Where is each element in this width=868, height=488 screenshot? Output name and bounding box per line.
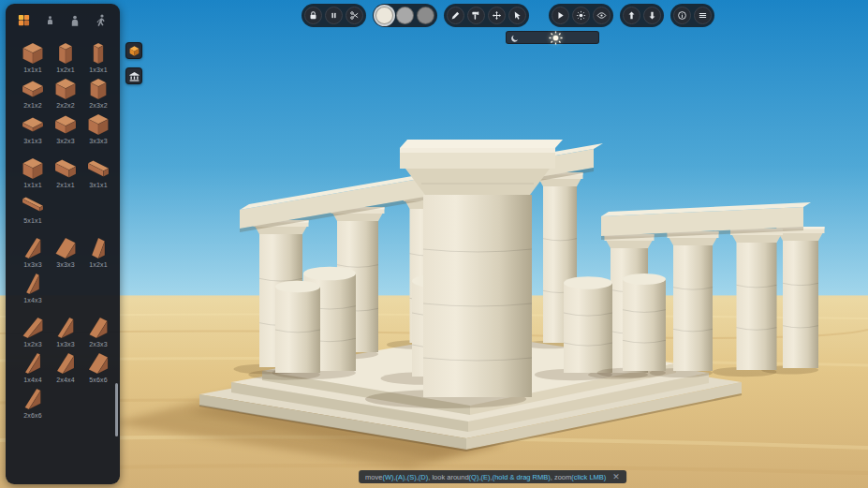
block-item-label: 1x1x1 [23,182,42,188]
move-tool-button[interactable] [488,7,506,24]
block-item-1x4x4[interactable]: 1x4x4 [17,351,49,383]
block-item-1x2x1[interactable]: 1x2x1 [82,236,114,268]
material-dark-gray[interactable] [417,7,434,24]
sidebar-scrollbar[interactable] [115,383,118,436]
material-gray[interactable] [396,7,414,24]
block-item-2x6x6[interactable]: 2x6x6 [17,387,49,419]
tab-figure-large[interactable] [68,12,81,28]
daylight-button[interactable] [572,7,590,24]
hint-key: (click LMB) [571,473,606,481]
eye-icon [596,10,607,21]
block-item-2x3x3[interactable]: 2x3x3 [82,316,114,348]
play-button[interactable] [552,7,569,24]
block-item-label: 2x1x2 [23,102,42,109]
block-item-label: 1x3x1 [89,67,108,73]
info-button[interactable] [673,7,691,24]
block-thumbnail [21,77,45,101]
block-item-label: 1x4x3 [23,297,42,303]
block-thumbnail [21,316,45,340]
block-item-3x3x3[interactable]: 3x3x3 [82,112,114,144]
time-of-day-slider[interactable] [506,31,599,44]
person-icon [45,15,55,25]
block-item-1x1x1[interactable]: 1x1x1 [17,41,49,73]
tab-figure-walking[interactable] [94,12,109,28]
pause-button[interactable] [325,7,343,24]
block-thumbnail [21,156,45,181]
block-thumbnail [86,112,110,137]
block-thumbnail [53,351,78,376]
block-item-2x3x2[interactable]: 2x3x2 [82,77,114,109]
material-white[interactable] [375,7,393,24]
block-item-label: 2x2x2 [56,102,75,109]
block-item-label: 1x4x4 [23,377,42,383]
block-item-1x2x1[interactable]: 1x2x1 [50,41,81,73]
block-item-2x2x2[interactable]: 2x2x2 [50,77,81,109]
block-thumbnail [53,41,78,66]
block-thumbnail [86,41,110,66]
lower-button[interactable] [643,7,661,24]
tab-figure-small[interactable] [43,12,56,28]
hint-text: , look around [428,473,468,481]
move-icon [492,10,502,21]
block-section-1: 1x1x11x2x11x3x12x1x22x2x22x3x23x1x33x2x3… [17,41,118,144]
blocks-sidebar: 1x1x11x2x11x3x12x1x22x2x22x3x23x1x33x2x3… [6,4,120,484]
hint-text: move [365,473,382,481]
toolbar-group-6 [670,4,714,27]
hint-key: (A) [396,473,405,481]
blocks-palette-button[interactable] [125,42,142,59]
block-item-2x1x1[interactable]: 2x1x1 [50,156,81,188]
lock-button[interactable] [304,7,322,24]
hint-key: (S) [407,473,417,481]
block-item-1x3x1[interactable]: 1x3x1 [82,41,114,73]
block-item-label: 1x3x3 [23,261,42,268]
block-item-1x1x1[interactable]: 1x1x1 [17,156,49,188]
block-item-label: 3x1x3 [23,138,42,144]
menu-button[interactable] [694,7,712,24]
block-item-3x1x3[interactable]: 3x1x3 [17,112,49,144]
block-thumbnail [86,351,110,376]
block-item-label: 2x3x2 [89,102,108,109]
hammer-icon [471,10,481,21]
draw-tool-button[interactable] [447,7,464,24]
block-item-2x4x4[interactable]: 2x4x4 [50,351,81,383]
block-item-1x2x3[interactable]: 1x2x3 [17,316,49,348]
block-item-label: 3x2x3 [56,138,75,144]
structures-button[interactable] [125,67,142,84]
block-item-1x3x3[interactable]: 1x3x3 [50,316,81,348]
info-icon [677,10,687,21]
block-item-3x1x1[interactable]: 3x1x1 [82,156,114,188]
block-item-1x4x3[interactable]: 1x4x3 [17,272,49,303]
block-item-5x1x1[interactable]: 5x1x1 [17,192,49,224]
hint-text: , zoom [551,473,572,481]
view-button[interactable] [593,7,611,24]
block-item-label: 1x3x3 [56,341,75,348]
build-tool-button[interactable] [467,7,485,24]
controls-hint-bar: move (W), (A), (S), (D), look around (Q)… [359,470,626,483]
toolbar-group-3 [444,4,529,27]
hint-key: (W) [382,473,393,481]
arrow-up-icon [626,10,637,21]
block-item-label: 2x6x6 [23,412,42,419]
block-thumbnail [21,192,45,216]
app-window: 1x1x11x2x11x3x12x1x22x2x22x3x23x1x33x2x3… [0,0,868,488]
tab-blocks[interactable] [17,12,31,28]
block-item-5x6x6[interactable]: 5x6x6 [82,351,114,383]
select-tool-button[interactable] [508,7,526,24]
block-item-label: 1x2x1 [56,67,75,73]
cut-button[interactable] [346,7,363,24]
block-thumbnail [53,77,78,101]
block-item-2x1x2[interactable]: 2x1x2 [17,77,49,109]
block-item-3x2x3[interactable]: 3x2x3 [50,112,81,144]
menu-icon [698,10,708,21]
raise-button[interactable] [623,7,640,24]
lock-icon [308,10,318,21]
block-thumbnail [21,41,45,66]
pause-icon [329,10,339,21]
hint-close-button[interactable]: ✕ [612,473,620,481]
sun-knob[interactable] [548,30,564,46]
cursor-icon [512,10,522,21]
block-item-3x3x3[interactable]: 3x3x3 [50,236,81,268]
block-thumbnail [53,156,78,181]
block-thumbnail [53,316,78,340]
block-item-1x3x3[interactable]: 1x3x3 [17,236,49,268]
